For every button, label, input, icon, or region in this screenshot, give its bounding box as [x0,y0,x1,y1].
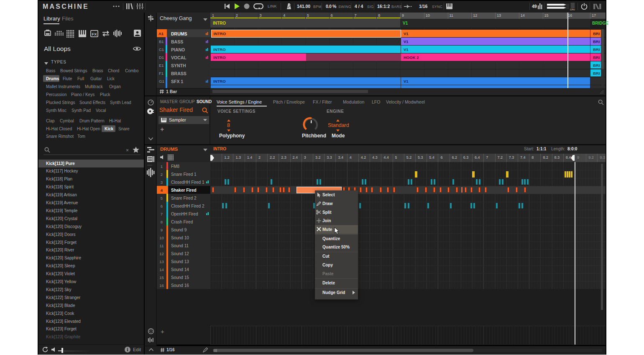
svg-text:FX: FX [92,32,97,36]
